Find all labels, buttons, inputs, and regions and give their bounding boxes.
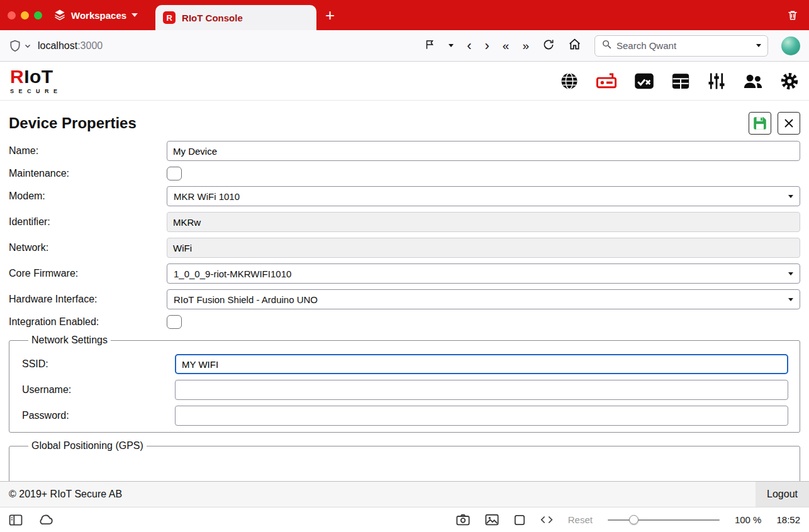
- gps-legend: Global Positioning (GPS): [28, 440, 147, 452]
- reset-button[interactable]: Reset: [568, 514, 593, 525]
- chevron-down-icon: [788, 272, 793, 275]
- identifier-label: Identifier:: [9, 216, 167, 228]
- scroll-tabs-right-button[interactable]: »: [522, 40, 529, 52]
- chevron-down-icon[interactable]: [24, 42, 31, 50]
- hardware-interface-select[interactable]: RIoT Fusion Shield - Arduino UNO: [167, 289, 800, 309]
- ssid-label: SSID:: [22, 358, 175, 370]
- integration-enabled-label: Integration Enabled:: [9, 316, 167, 328]
- riot-favicon: R: [163, 11, 176, 24]
- logo-rest: IoT: [24, 66, 53, 87]
- modem-select[interactable]: MKR WiFi 1010: [167, 186, 800, 206]
- layers-icon: [53, 8, 66, 23]
- hardware-interface-select-value: RIoT Fusion Shield - Arduino UNO: [174, 294, 788, 305]
- dashboard-grid-icon[interactable]: [671, 72, 690, 91]
- chevron-down-icon: [131, 13, 138, 17]
- chevron-down-icon: [788, 298, 793, 301]
- bookmark-flag-icon[interactable]: [424, 38, 435, 53]
- search-input[interactable]: [617, 40, 752, 51]
- modem-icon[interactable]: [596, 72, 617, 91]
- identifier-input: [167, 212, 800, 232]
- gear-icon[interactable]: [780, 72, 799, 91]
- form-row-identifier: Identifier:: [9, 212, 800, 232]
- core-firmware-label: Core Firmware:: [9, 268, 167, 279]
- device-properties-page: Device Properties Name: Maintenance: Mod…: [0, 101, 809, 481]
- fullscreen-window-button[interactable]: [34, 11, 42, 19]
- logo-subtitle: SECURE: [10, 88, 62, 94]
- sidebar-toggle-icon[interactable]: [9, 514, 23, 526]
- zoom-level: 100 %: [735, 514, 762, 525]
- username-input[interactable]: [175, 380, 788, 400]
- forward-button[interactable]: ›: [485, 39, 489, 53]
- workspaces-label: Workspaces: [71, 10, 126, 21]
- zoom-slider-track[interactable]: [608, 519, 720, 521]
- save-floppy-icon: [752, 115, 768, 131]
- camera-icon[interactable]: [456, 514, 470, 526]
- network-settings-fieldset: Network Settings SSID: Username: Passwor…: [9, 335, 800, 433]
- integration-enabled-checkbox[interactable]: [167, 315, 182, 329]
- password-label: Password:: [22, 410, 175, 421]
- app-header: RIoT SECURE: [0, 62, 809, 101]
- modem-label: Modem:: [9, 191, 167, 202]
- zoom-slider[interactable]: [608, 515, 720, 525]
- profile-avatar[interactable]: [781, 36, 800, 55]
- form-row-username: Username:: [22, 380, 788, 400]
- password-input[interactable]: [175, 406, 788, 426]
- name-input[interactable]: [167, 141, 800, 161]
- riot-secure-logo[interactable]: RIoT SECURE: [10, 67, 62, 94]
- media-check-icon[interactable]: [634, 72, 654, 90]
- logo-wordmark: RIoT: [10, 67, 62, 86]
- url-port: :3000: [77, 40, 103, 51]
- home-icon[interactable]: [568, 38, 581, 53]
- page-footer: © 2019+ RIoT Secure AB Logout: [0, 481, 809, 507]
- network-settings-legend: Network Settings: [28, 335, 111, 346]
- url-host: localhost: [38, 40, 77, 51]
- new-tab-button[interactable]: +: [325, 7, 335, 23]
- ssid-input[interactable]: [175, 354, 788, 374]
- chevron-down-icon[interactable]: [756, 44, 761, 47]
- page-title: Device Properties: [9, 114, 137, 132]
- trash-icon[interactable]: [786, 8, 799, 22]
- chevron-down-icon[interactable]: [449, 44, 454, 47]
- status-bar: Reset 100 % 18:52: [0, 507, 809, 532]
- browser-tab-riot-console[interactable]: R RIoT Console: [155, 5, 316, 30]
- form-row-modem: Modem: MKR WiFi 1010: [9, 186, 800, 206]
- username-label: Username:: [22, 384, 175, 396]
- form-row-maintenance: Maintenance:: [9, 167, 800, 180]
- zoom-slider-knob[interactable]: [629, 515, 639, 524]
- device-frame-icon[interactable]: [514, 514, 525, 526]
- form-row-name: Name:: [9, 141, 800, 161]
- shield-icon[interactable]: [9, 40, 21, 52]
- maintenance-checkbox[interactable]: [167, 167, 182, 180]
- close-window-button[interactable]: [8, 11, 16, 19]
- core-firmware-select[interactable]: 1_0_0_9-riot-MKRWIFI1010: [167, 263, 800, 284]
- tab-title: RIoT Console: [182, 13, 243, 23]
- form-row-core-firmware: Core Firmware: 1_0_0_9-riot-MKRWIFI1010: [9, 263, 800, 284]
- form-row-hardware-interface: Hardware Interface: RIoT Fusion Shield -…: [9, 289, 800, 309]
- core-firmware-select-value: 1_0_0_9-riot-MKRWIFI1010: [174, 269, 788, 279]
- users-icon[interactable]: [743, 72, 763, 90]
- minimize-window-button[interactable]: [21, 11, 29, 19]
- close-icon: [783, 118, 795, 129]
- save-button[interactable]: [749, 112, 771, 135]
- globe-icon[interactable]: [560, 72, 579, 91]
- page-title-row: Device Properties: [0, 101, 809, 141]
- close-button[interactable]: [778, 112, 800, 135]
- code-icon[interactable]: [540, 515, 553, 524]
- logo-r: R: [10, 66, 24, 87]
- search-box[interactable]: [594, 35, 768, 57]
- screenshot-image-icon[interactable]: [485, 514, 499, 526]
- name-label: Name:: [9, 145, 167, 157]
- search-icon: [601, 39, 612, 52]
- title-actions: [749, 112, 800, 135]
- form-row-integration-enabled: Integration Enabled:: [9, 315, 800, 329]
- workspaces-menu[interactable]: Workspaces: [53, 8, 138, 23]
- nav-cluster: ‹ › « »: [424, 35, 800, 57]
- sliders-icon[interactable]: [707, 72, 726, 91]
- logout-button[interactable]: Logout: [756, 482, 809, 507]
- scroll-tabs-left-button[interactable]: «: [503, 40, 510, 52]
- cloud-icon[interactable]: [38, 514, 53, 525]
- window-titlebar: Workspaces R RIoT Console +: [0, 0, 809, 30]
- back-button[interactable]: ‹: [467, 39, 471, 53]
- refresh-icon[interactable]: [542, 38, 555, 53]
- url-display[interactable]: localhost:3000: [38, 40, 103, 52]
